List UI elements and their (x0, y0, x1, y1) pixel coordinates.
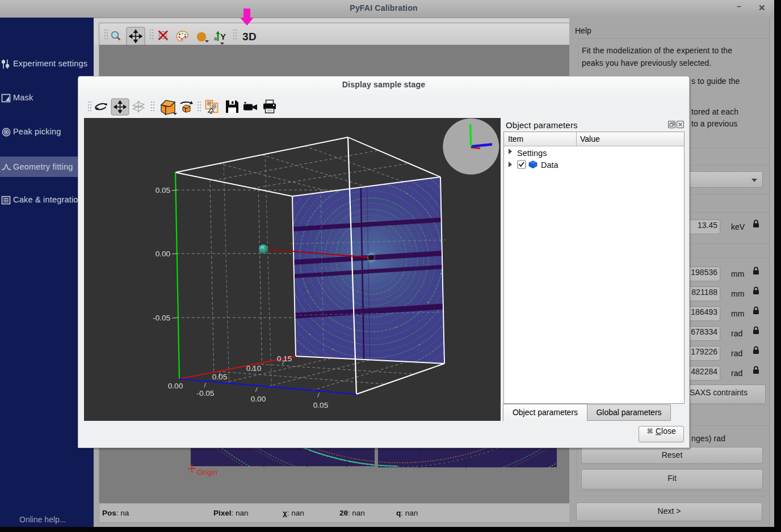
svg-text:Data: Data (541, 161, 559, 170)
svg-text:0.00: 0.00 (251, 395, 266, 403)
svg-text:Settings: Settings (517, 149, 547, 158)
svg-text:3D: 3D (242, 31, 257, 43)
svg-text:a: a (214, 36, 217, 41)
svg-text:-0.05: -0.05 (153, 314, 170, 322)
svg-text:0.05: 0.05 (313, 401, 328, 409)
svg-text:0.05: 0.05 (212, 373, 227, 381)
svg-text:0.15: 0.15 (277, 354, 292, 363)
svg-text:Y: Y (220, 32, 226, 41)
svg-text:-0.05: -0.05 (197, 389, 215, 398)
svg-text:0.00: 0.00 (168, 382, 183, 390)
svg-text:0.00: 0.00 (156, 250, 170, 258)
svg-text:0.10: 0.10 (246, 364, 261, 373)
svg-text:0.05: 0.05 (156, 186, 170, 195)
svg-text:Origin: Origin (197, 468, 217, 476)
